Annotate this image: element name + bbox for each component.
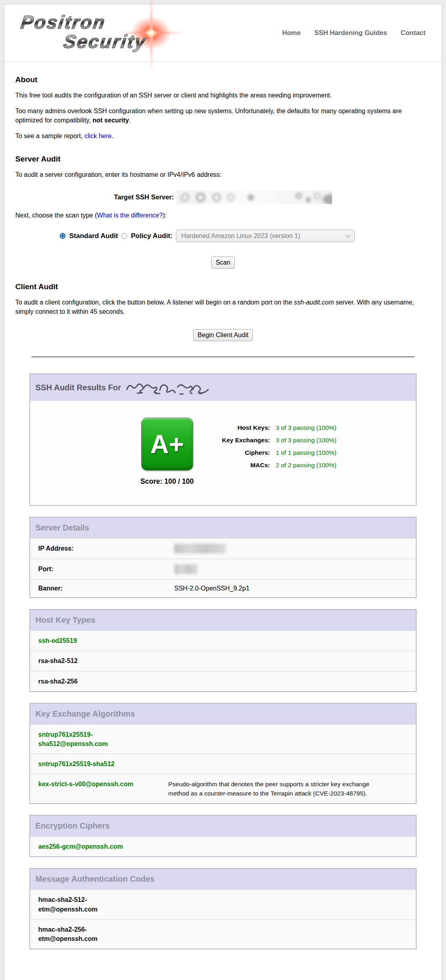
begin-client-audit-row: Begin Client Audit bbox=[15, 329, 431, 341]
kex-algorithm-name: sntrup761x25519- sha512@openssh.com bbox=[38, 730, 168, 748]
banner-label: Banner: bbox=[38, 585, 174, 592]
about-paragraph-2: Too many admins overlook SSH configurati… bbox=[15, 107, 431, 125]
standard-audit-label: Standard Audit bbox=[69, 232, 118, 240]
port-label: Port: bbox=[38, 566, 174, 573]
key-exchange-header: Key Exchange Algorithms bbox=[30, 704, 416, 724]
about-heading: About bbox=[15, 75, 431, 84]
section-divider bbox=[31, 356, 415, 357]
scan-button-row: Scan bbox=[15, 257, 431, 269]
stat-label: Ciphers: bbox=[206, 449, 270, 456]
server-details-header: Server Details bbox=[30, 518, 416, 538]
banner-value: SSH-2.0-OpenSSH_9.2p1 bbox=[174, 585, 250, 592]
list-item: hmac-sha2-512- etm@openssh.com bbox=[30, 889, 416, 919]
ip-address-label: IP Address: bbox=[38, 545, 174, 552]
kex-algorithm-name: sntrup761x25519-sha512 bbox=[38, 759, 168, 769]
list-item: rsa-sha2-512 bbox=[30, 651, 416, 671]
about-p2-text: Too many admins overlook SSH configurati… bbox=[15, 108, 402, 123]
client-audit-heading: Client Audit bbox=[15, 282, 431, 291]
stat-label: Host Keys: bbox=[206, 424, 270, 431]
host-key-name: rsa-sha2-256 bbox=[38, 677, 168, 686]
logo-line2: Security bbox=[62, 31, 148, 52]
list-item: rsa-sha2-256 bbox=[30, 671, 416, 691]
audit-results-header: SSH Audit Results For bbox=[30, 374, 416, 401]
nav-home[interactable]: Home bbox=[282, 29, 301, 37]
grade-column: A+ Score: 100 / 100 bbox=[140, 418, 194, 486]
target-server-row: Target SSH Server: bbox=[15, 191, 431, 204]
redacted-input-content bbox=[176, 191, 332, 204]
audit-results-panel: SSH Audit Results For bbox=[29, 373, 417, 506]
scan-type-text: Next, choose the scan type ( bbox=[15, 212, 97, 219]
sample-report-period: . bbox=[112, 133, 113, 139]
redacted-ip-address bbox=[174, 544, 226, 553]
stat-label: Key Exchanges: bbox=[206, 437, 270, 444]
kex-algorithm-note: Pseudo-algorithm that denotes the peer s… bbox=[168, 779, 382, 798]
about-paragraph-1: This free tool audits the configuration … bbox=[15, 91, 431, 100]
main-content-card: Positron Security Home SSH Hardening Gui… bbox=[4, 4, 442, 980]
client-audit-text: To audit a client configuration, click t… bbox=[15, 299, 294, 306]
nav-contact[interactable]: Contact bbox=[401, 29, 425, 37]
stat-value: 2 of 2 passing (100%) bbox=[276, 462, 337, 469]
audit-results-title: SSH Audit Results For bbox=[35, 383, 121, 392]
mac-name: hmac-sha2-256- etm@openssh.com bbox=[38, 925, 168, 943]
policy-select[interactable]: Hardened Amazon Linux 2023 (version 1) bbox=[176, 230, 355, 242]
table-row: IP Address: bbox=[30, 538, 416, 559]
begin-client-audit-button[interactable]: Begin Client Audit bbox=[193, 329, 253, 341]
about-p2-period: . bbox=[129, 117, 130, 124]
macs-panel: Message Authentication Codes hmac-sha2-5… bbox=[29, 868, 417, 949]
standard-audit-radio[interactable] bbox=[60, 233, 66, 239]
policy-select-value: Hardened Amazon Linux 2023 (version 1) bbox=[181, 232, 300, 240]
stat-value: 3 of 3 passing (100%) bbox=[276, 424, 337, 431]
stat-label: MACs: bbox=[206, 462, 270, 469]
scan-type-difference-link[interactable]: What is the difference? bbox=[97, 212, 163, 219]
target-ssh-server-label: Target SSH Server: bbox=[114, 193, 174, 201]
sample-report-text: To see a sample report, bbox=[15, 133, 85, 139]
client-audit-paragraph: To audit a client configuration, click t… bbox=[15, 298, 431, 316]
host-key-types-header: Host Key Types bbox=[30, 610, 416, 630]
about-paragraph-3: To see a sample report, click here. bbox=[15, 132, 431, 141]
host-key-name: ssh-ed25519 bbox=[38, 636, 168, 645]
table-row: Port: bbox=[30, 559, 416, 579]
logo-line1: Positron bbox=[19, 11, 107, 33]
stat-value: 3 of 3 passing (100%) bbox=[276, 437, 337, 444]
key-exchange-panel: Key Exchange Algorithms sntrup761x25519-… bbox=[29, 703, 417, 804]
audit-results-body: A+ Score: 100 / 100 Host Keys: 3 of 3 pa… bbox=[30, 401, 416, 505]
score-text: Score: 100 / 100 bbox=[140, 477, 194, 486]
nav-ssh-hardening-guides[interactable]: SSH Hardening Guides bbox=[314, 29, 387, 37]
macs-header: Message Authentication Codes bbox=[30, 869, 416, 889]
policy-audit-label: Policy Audit: bbox=[131, 232, 172, 240]
encryption-ciphers-panel: Encryption Ciphers aes256-gcm@openssh.co… bbox=[29, 815, 417, 857]
server-details-panel: Server Details IP Address: Port: Banner:… bbox=[29, 517, 417, 598]
list-item: sntrup761x25519-sha512 bbox=[30, 754, 416, 774]
server-audit-heading: Server Audit bbox=[15, 155, 431, 164]
server-audit-intro: To audit a server configuration, enter i… bbox=[15, 170, 431, 179]
scan-button[interactable]: Scan bbox=[211, 257, 235, 269]
host-key-types-panel: Host Key Types ssh-ed25519 rsa-sha2-512 … bbox=[29, 609, 417, 692]
scan-type-text-after: ): bbox=[163, 212, 167, 219]
mac-name: hmac-sha2-512- etm@openssh.com bbox=[38, 895, 168, 914]
site-header: Positron Security Home SSH Hardening Gui… bbox=[4, 4, 442, 62]
policy-audit-radio[interactable] bbox=[122, 233, 127, 239]
host-key-name: rsa-sha2-512 bbox=[38, 656, 168, 665]
sample-report-link[interactable]: click here bbox=[85, 133, 112, 139]
redacted-hostname bbox=[125, 381, 211, 395]
scan-type-paragraph: Next, choose the scan type (What is the … bbox=[15, 211, 431, 220]
client-audit-domain: ssh-audit.com bbox=[294, 299, 334, 306]
main-nav: Home SSH Hardening Guides Contact bbox=[282, 29, 425, 37]
encryption-ciphers-header: Encryption Ciphers bbox=[30, 816, 416, 836]
about-p2-bold: not security bbox=[93, 117, 129, 124]
redacted-port bbox=[174, 564, 198, 574]
chevron-down-icon bbox=[346, 233, 350, 237]
grade-badge: A+ bbox=[141, 418, 193, 470]
stat-value: 1 of 1 passing (100%) bbox=[276, 449, 337, 456]
list-item: sntrup761x25519- sha512@openssh.com bbox=[30, 724, 416, 754]
target-ssh-server-input[interactable] bbox=[176, 191, 332, 204]
list-item: aes256-gcm@openssh.com bbox=[30, 836, 416, 856]
list-item: kex-strict-s-v00@openssh.com Pseudo-algo… bbox=[30, 774, 416, 803]
table-row: Banner: SSH-2.0-OpenSSH_9.2p1 bbox=[30, 579, 416, 597]
list-item: hmac-sha2-256- etm@openssh.com bbox=[30, 919, 416, 949]
scan-type-row: Standard Audit Policy Audit: Hardened Am… bbox=[60, 230, 431, 242]
kex-algorithm-name: kex-strict-s-v00@openssh.com bbox=[38, 779, 168, 798]
cipher-name: aes256-gcm@openssh.com bbox=[38, 842, 168, 851]
stats-column: Host Keys: 3 of 3 passing (100%) Key Exc… bbox=[206, 418, 337, 486]
list-item: ssh-ed25519 bbox=[30, 630, 416, 651]
